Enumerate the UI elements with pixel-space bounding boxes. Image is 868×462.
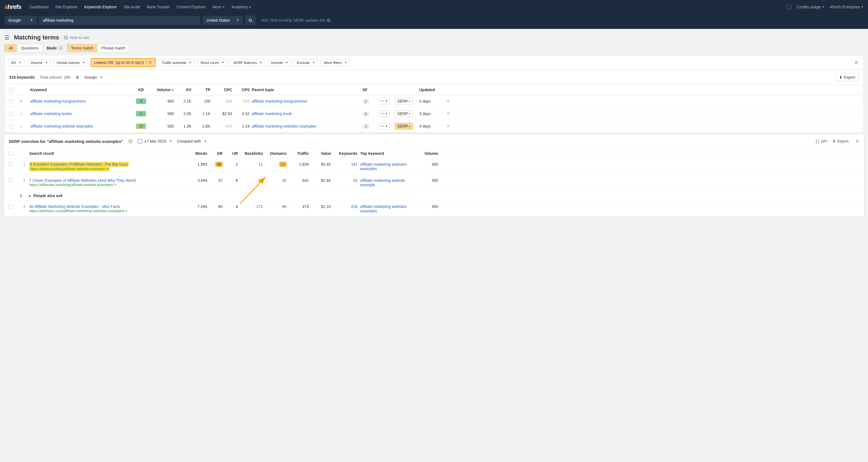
result-url[interactable]: https://breezy.io/blog/affiliate-website… (29, 166, 185, 171)
search-result[interactable]: 40 Affiliate Marketing Website Examples … (29, 204, 185, 213)
nav-content-explorer[interactable]: Content Explorer (173, 0, 209, 14)
sf-badge[interactable]: 2 (363, 124, 369, 129)
logo[interactable]: ahrefs (4, 3, 21, 10)
result-title[interactable]: 7 Clever Examples of Affiliate Websites … (29, 178, 185, 183)
domains-cell[interactable]: 11 (266, 162, 286, 166)
people-also-ask[interactable]: People also ask (29, 194, 859, 198)
tab-questions[interactable]: Questions (17, 44, 42, 52)
clear-filters-icon[interactable]: ✕ (852, 60, 860, 66)
col-parent[interactable]: Parent topic (252, 88, 360, 92)
nav-dashboard[interactable]: Dashboard (26, 0, 52, 14)
filter-volume[interactable]: Volume▼ (27, 59, 51, 66)
serp-row-checkbox[interactable] (9, 204, 13, 208)
col-cps[interactable]: CPS (234, 88, 250, 92)
col-gv[interactable]: GV (176, 88, 191, 92)
how-to-use[interactable]: ?How to use (64, 35, 89, 40)
sf-badge[interactable]: 2 (363, 99, 369, 104)
refresh-icon[interactable]: ⟳ (446, 124, 455, 129)
tab-phrase-match[interactable]: Phrase match (97, 44, 129, 52)
parent-topic-link[interactable]: affiliate marketing-hungcanmmo (252, 99, 360, 103)
serp-row-checkbox[interactable] (9, 178, 13, 183)
col-traffic[interactable]: Traffic (289, 151, 309, 156)
filter-word-count[interactable]: Word count▼ (197, 59, 227, 66)
backlinks-cell[interactable]: 53 (241, 178, 263, 183)
filter-serp-features[interactable]: SERP features▼ (230, 59, 266, 66)
filter-remove-icon[interactable]: ✕ (147, 60, 154, 65)
row-checkbox[interactable] (9, 124, 13, 128)
groups-dropdown[interactable]: Groups▼ (84, 75, 102, 79)
settings-icon[interactable]: ⚙ (76, 75, 79, 79)
select-all-checkbox[interactable] (9, 88, 13, 92)
nav-site-explorer[interactable]: Site Explorer (52, 0, 81, 14)
api-button[interactable]: { }API (816, 139, 827, 143)
close-icon[interactable]: ✕ (855, 138, 859, 144)
col-top-keyword[interactable]: Top keyword (360, 151, 416, 156)
tab-all[interactable]: All (5, 44, 17, 52)
result-url[interactable]: https://affilimate.com/blog/affiliate-we… (29, 183, 185, 187)
filter-lowest-dr[interactable]: Lowest DR: Up to 50 in top 5✕ (91, 58, 156, 67)
filter-traffic-potential[interactable]: Traffic potential▼ (159, 59, 194, 66)
sf-badge[interactable]: 5 (363, 112, 369, 116)
sidebar-toggle-icon[interactable]: ☰ (4, 34, 9, 41)
serp-button[interactable]: SERP ▴ (395, 123, 413, 130)
col-value[interactable]: Value (312, 151, 331, 156)
col-updated[interactable]: Updated (419, 88, 444, 92)
search-result[interactable]: 6 Excellent Examples of Affiliate Websit… (29, 162, 185, 171)
keyword-link[interactable]: affiliate marketing-hungcanmmo (30, 99, 130, 103)
filter-kd[interactable]: KD▼ (8, 59, 25, 66)
serp-date-picker[interactable]: 17 Mar 2023▼ (138, 139, 172, 143)
col-search-result[interactable]: Search result (29, 151, 185, 156)
col-dr[interactable]: DR (210, 151, 223, 156)
filter-include[interactable]: Include▼ (268, 59, 291, 66)
tab-terms-match[interactable]: Terms match (67, 44, 97, 52)
credits-usage[interactable]: Credits usage▼ (797, 0, 824, 14)
filter-exclude[interactable]: Exclude▼ (294, 59, 318, 66)
domains-cell[interactable]: 89 (266, 204, 286, 209)
col-domains[interactable]: Domains (266, 151, 286, 156)
serp-row-checkbox[interactable] (9, 162, 13, 166)
keyword-link[interactable]: affiliate marketing website examples (30, 124, 130, 128)
result-url[interactable]: https://ebizfacts.com/affiliate-marketin… (29, 209, 185, 213)
col-tp[interactable]: TP (194, 88, 210, 92)
keywords-cell[interactable]: 191 (334, 162, 358, 166)
keyword-input[interactable] (39, 16, 200, 25)
trend-button[interactable]: 〰 ▼ (379, 111, 390, 117)
account-menu[interactable]: Ahrefs Enterprise▼ (830, 0, 864, 14)
backlinks-cell[interactable]: 11 (241, 162, 263, 166)
col-volume[interactable]: Volume (419, 151, 438, 156)
country-select[interactable]: United States▼ (203, 16, 243, 25)
backlinks-cell[interactable]: 271 (241, 204, 263, 209)
help-icon[interactable]: ? (128, 139, 133, 143)
col-keywords[interactable]: Keywords (334, 151, 358, 156)
help-icon[interactable]: ? (327, 18, 331, 22)
parent-topic-link[interactable]: affiliate marketing book (252, 111, 360, 116)
trend-button[interactable]: 〰 ▼ (379, 98, 390, 104)
nav-academy[interactable]: Academy⬈ (228, 0, 254, 14)
refresh-icon[interactable]: ⟳ (446, 99, 455, 104)
engine-select[interactable]: Google▼ (4, 16, 37, 25)
expand-icon[interactable]: + (20, 99, 28, 104)
col-sf[interactable]: SF (363, 88, 376, 92)
serp-button[interactable]: SERP ▾ (395, 98, 413, 104)
search-result[interactable]: 7 Clever Examples of Affiliate Websites … (29, 178, 185, 187)
top-keyword-link[interactable]: affiliate marketing websites examples (360, 204, 416, 213)
workspace-icon[interactable] (787, 5, 791, 9)
col-ur[interactable]: UR (225, 151, 238, 156)
refresh-icon[interactable]: ⟳ (446, 111, 455, 116)
trend-button[interactable]: 〰 ▼ (379, 123, 390, 129)
nav-site-audit[interactable]: Site Audit (120, 0, 143, 14)
top-keyword-link[interactable]: affiliate marketing website example (360, 178, 416, 187)
check-icon[interactable]: ✓ (20, 124, 28, 129)
filter-more[interactable]: More filters▼ (321, 59, 350, 66)
nav-rank-tracker[interactable]: Rank Tracker (143, 0, 173, 14)
col-keyword[interactable]: Keyword (30, 88, 130, 92)
filter-global-volume[interactable]: Global volume▼ (54, 59, 88, 66)
col-words[interactable]: Words (188, 151, 207, 156)
help-icon[interactable]: ? (58, 46, 63, 50)
serp-select-all-checkbox[interactable] (9, 152, 13, 156)
result-title[interactable]: 40 Affiliate Marketing Website Examples … (29, 204, 185, 209)
parent-topic-link[interactable]: affiliate marketing websites examples (252, 124, 360, 128)
keyword-link[interactable]: affiliate marketing books (30, 111, 130, 116)
search-button[interactable] (245, 15, 256, 25)
col-volume[interactable]: Volume▼ (152, 88, 174, 92)
